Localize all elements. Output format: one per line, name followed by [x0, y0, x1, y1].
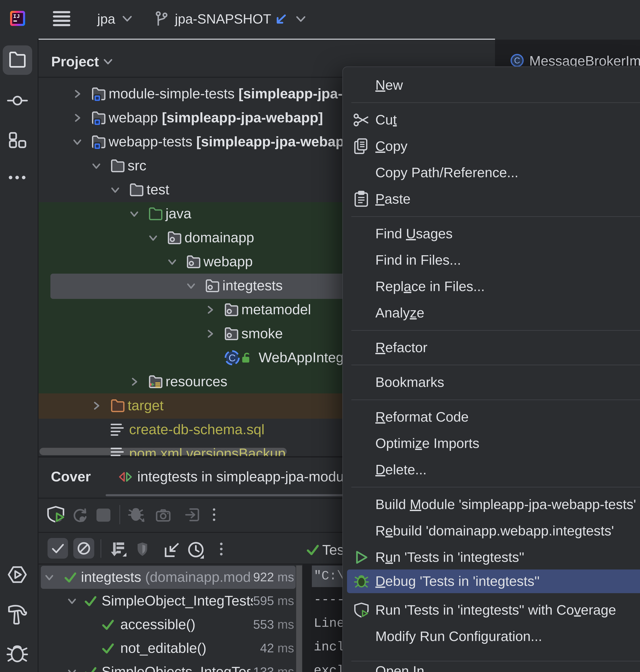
svg-text:C: C — [229, 352, 236, 363]
svg-text:C: C — [514, 56, 520, 65]
